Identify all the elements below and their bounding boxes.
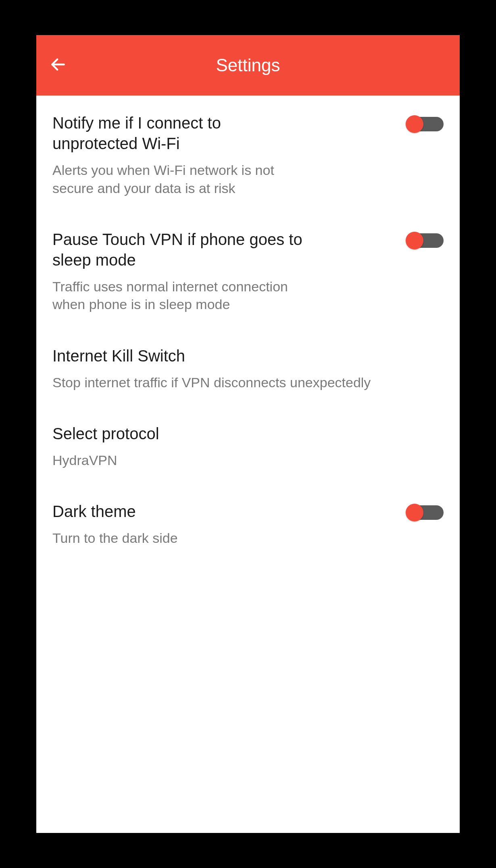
- setting-kill-switch[interactable]: Internet Kill Switch Stop internet traff…: [52, 329, 444, 407]
- toggle-thumb: [406, 115, 423, 133]
- setting-value: HydraVPN: [52, 451, 444, 469]
- appbar: Settings: [36, 35, 460, 96]
- wifi-notify-toggle[interactable]: [406, 115, 444, 133]
- pause-sleep-toggle[interactable]: [406, 232, 444, 249]
- setting-text: Notify me if I connect to unprotected Wi…: [52, 113, 394, 197]
- back-button[interactable]: [44, 53, 69, 77]
- settings-screen: Settings Notify me if I connect to unpro…: [36, 35, 460, 833]
- toggle-thumb: [406, 232, 423, 249]
- settings-list: Notify me if I connect to unprotected Wi…: [36, 96, 460, 833]
- setting-select-protocol[interactable]: Select protocol HydraVPN: [52, 407, 444, 484]
- arrow-left-icon: [49, 56, 67, 75]
- dark-theme-toggle[interactable]: [406, 504, 444, 521]
- setting-pause-sleep[interactable]: Pause Touch VPN if phone goes to sleep m…: [52, 212, 444, 329]
- setting-text: Pause Touch VPN if phone goes to sleep m…: [52, 229, 394, 314]
- setting-text: Dark theme Turn to the dark side: [52, 501, 394, 547]
- setting-dark-theme[interactable]: Dark theme Turn to the dark side: [52, 484, 444, 562]
- setting-description: Turn to the dark side: [52, 529, 394, 547]
- setting-text: Internet Kill Switch Stop internet traff…: [52, 346, 444, 391]
- setting-description: Alerts you when Wi-Fi network is not sec…: [52, 161, 311, 197]
- setting-title: Internet Kill Switch: [52, 346, 444, 366]
- setting-title: Dark theme: [52, 501, 394, 522]
- toggle-thumb: [406, 504, 423, 521]
- setting-text: Select protocol HydraVPN: [52, 424, 444, 469]
- setting-description: Stop internet traffic if VPN disconnects…: [52, 374, 444, 391]
- setting-wifi-notify[interactable]: Notify me if I connect to unprotected Wi…: [52, 96, 444, 212]
- setting-description: Traffic uses normal internet connection …: [52, 278, 311, 313]
- page-title: Settings: [36, 55, 460, 75]
- setting-title: Pause Touch VPN if phone goes to sleep m…: [52, 229, 311, 270]
- setting-title: Select protocol: [52, 424, 444, 444]
- setting-title: Notify me if I connect to unprotected Wi…: [52, 113, 311, 154]
